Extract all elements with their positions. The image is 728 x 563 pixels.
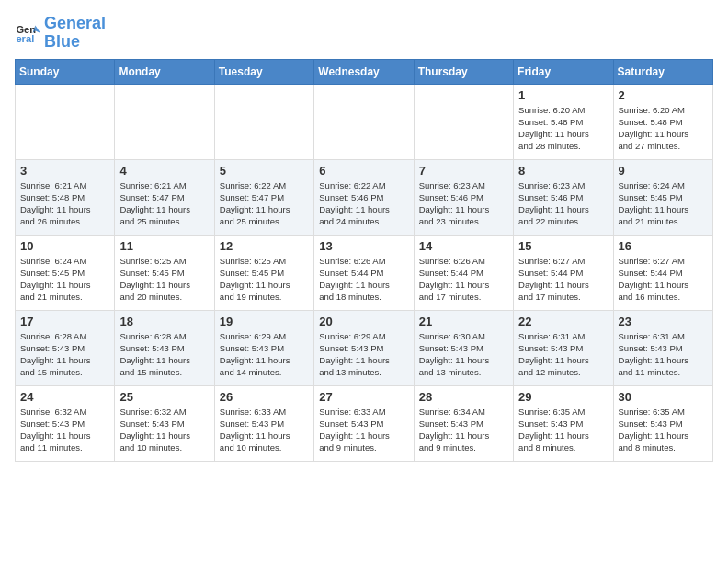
day-info: Sunrise: 6:35 AM Sunset: 5:43 PM Dayligh… bbox=[518, 406, 608, 454]
header-saturday: Saturday bbox=[613, 59, 712, 84]
day-info: Sunrise: 6:31 AM Sunset: 5:43 PM Dayligh… bbox=[518, 330, 608, 379]
logo: Gen eral General Blue bbox=[15, 15, 106, 52]
calendar-cell: 2Sunrise: 6:20 AM Sunset: 5:48 PM Daylig… bbox=[613, 84, 712, 159]
day-info: Sunrise: 6:30 AM Sunset: 5:43 PM Dayligh… bbox=[419, 330, 508, 379]
header-tuesday: Tuesday bbox=[214, 59, 313, 84]
day-info: Sunrise: 6:21 AM Sunset: 5:48 PM Dayligh… bbox=[20, 179, 109, 228]
calendar-cell: 23Sunrise: 6:31 AM Sunset: 5:43 PM Dayli… bbox=[613, 310, 712, 385]
day-number: 8 bbox=[518, 164, 608, 178]
day-number: 20 bbox=[319, 315, 408, 328]
calendar-cell: 8Sunrise: 6:23 AM Sunset: 5:46 PM Daylig… bbox=[514, 159, 613, 235]
day-info: Sunrise: 6:22 AM Sunset: 5:46 PM Dayligh… bbox=[319, 179, 408, 228]
day-info: Sunrise: 6:27 AM Sunset: 5:44 PM Dayligh… bbox=[518, 255, 608, 304]
day-info: Sunrise: 6:20 AM Sunset: 5:48 PM Dayligh… bbox=[518, 104, 608, 153]
calendar-cell bbox=[16, 84, 115, 159]
calendar-body: 1Sunrise: 6:20 AM Sunset: 5:48 PM Daylig… bbox=[16, 84, 713, 461]
day-number: 21 bbox=[419, 315, 508, 328]
day-info: Sunrise: 6:34 AM Sunset: 5:43 PM Dayligh… bbox=[419, 406, 508, 454]
day-info: Sunrise: 6:26 AM Sunset: 5:44 PM Dayligh… bbox=[419, 255, 508, 304]
calendar-cell: 29Sunrise: 6:35 AM Sunset: 5:43 PM Dayli… bbox=[514, 385, 613, 461]
calendar-cell: 5Sunrise: 6:22 AM Sunset: 5:47 PM Daylig… bbox=[214, 159, 313, 235]
logo-text-line2: Blue bbox=[44, 33, 106, 52]
day-info: Sunrise: 6:23 AM Sunset: 5:46 PM Dayligh… bbox=[419, 179, 508, 228]
header-sunday: Sunday bbox=[16, 59, 115, 84]
calendar-cell: 22Sunrise: 6:31 AM Sunset: 5:43 PM Dayli… bbox=[514, 310, 613, 385]
calendar-cell: 12Sunrise: 6:25 AM Sunset: 5:45 PM Dayli… bbox=[214, 235, 313, 310]
day-number: 16 bbox=[619, 239, 708, 253]
calendar-cell bbox=[314, 84, 414, 159]
day-info: Sunrise: 6:29 AM Sunset: 5:43 PM Dayligh… bbox=[319, 330, 408, 379]
day-info: Sunrise: 6:22 AM Sunset: 5:47 PM Dayligh… bbox=[220, 179, 309, 228]
calendar-cell: 28Sunrise: 6:34 AM Sunset: 5:43 PM Dayli… bbox=[414, 385, 513, 461]
calendar-cell: 6Sunrise: 6:22 AM Sunset: 5:46 PM Daylig… bbox=[314, 159, 414, 235]
calendar-cell: 27Sunrise: 6:33 AM Sunset: 5:43 PM Dayli… bbox=[314, 385, 414, 461]
day-number: 27 bbox=[319, 390, 408, 404]
day-number: 9 bbox=[619, 164, 708, 178]
day-info: Sunrise: 6:25 AM Sunset: 5:45 PM Dayligh… bbox=[119, 255, 209, 304]
header-row: SundayMondayTuesdayWednesdayThursdayFrid… bbox=[16, 59, 713, 84]
calendar-cell: 30Sunrise: 6:35 AM Sunset: 5:43 PM Dayli… bbox=[613, 385, 712, 461]
calendar-cell bbox=[414, 84, 513, 159]
calendar-table: SundayMondayTuesdayWednesdayThursdayFrid… bbox=[15, 59, 713, 462]
calendar-cell: 3Sunrise: 6:21 AM Sunset: 5:48 PM Daylig… bbox=[16, 159, 115, 235]
calendar-cell: 25Sunrise: 6:32 AM Sunset: 5:43 PM Dayli… bbox=[115, 385, 214, 461]
header-wednesday: Wednesday bbox=[314, 59, 414, 84]
day-number: 19 bbox=[220, 315, 309, 328]
day-number: 24 bbox=[20, 390, 109, 404]
calendar-cell: 7Sunrise: 6:23 AM Sunset: 5:46 PM Daylig… bbox=[414, 159, 513, 235]
calendar-cell: 16Sunrise: 6:27 AM Sunset: 5:44 PM Dayli… bbox=[613, 235, 712, 310]
week-row-4: 24Sunrise: 6:32 AM Sunset: 5:43 PM Dayli… bbox=[16, 385, 713, 461]
day-number: 13 bbox=[319, 239, 408, 253]
day-number: 12 bbox=[220, 239, 309, 253]
day-number: 23 bbox=[619, 315, 708, 328]
day-number: 18 bbox=[119, 315, 209, 328]
header-friday: Friday bbox=[514, 59, 613, 84]
calendar-cell: 9Sunrise: 6:24 AM Sunset: 5:45 PM Daylig… bbox=[613, 159, 712, 235]
day-info: Sunrise: 6:28 AM Sunset: 5:43 PM Dayligh… bbox=[119, 330, 209, 379]
calendar-cell bbox=[214, 84, 313, 159]
svg-marker-2 bbox=[35, 25, 40, 32]
logo-icon: Gen eral bbox=[15, 20, 40, 46]
day-number: 1 bbox=[518, 88, 608, 102]
calendar-cell: 17Sunrise: 6:28 AM Sunset: 5:43 PM Dayli… bbox=[16, 310, 115, 385]
week-row-1: 3Sunrise: 6:21 AM Sunset: 5:48 PM Daylig… bbox=[16, 159, 713, 235]
day-info: Sunrise: 6:20 AM Sunset: 5:48 PM Dayligh… bbox=[619, 104, 708, 153]
day-info: Sunrise: 6:32 AM Sunset: 5:43 PM Dayligh… bbox=[20, 406, 109, 454]
calendar-cell: 21Sunrise: 6:30 AM Sunset: 5:43 PM Dayli… bbox=[414, 310, 513, 385]
day-number: 11 bbox=[119, 239, 209, 253]
day-number: 25 bbox=[119, 390, 209, 404]
day-info: Sunrise: 6:24 AM Sunset: 5:45 PM Dayligh… bbox=[20, 255, 109, 304]
calendar-cell: 20Sunrise: 6:29 AM Sunset: 5:43 PM Dayli… bbox=[314, 310, 414, 385]
day-number: 17 bbox=[20, 315, 109, 328]
day-number: 10 bbox=[20, 239, 109, 253]
calendar-cell bbox=[115, 84, 214, 159]
day-number: 15 bbox=[518, 239, 608, 253]
calendar-cell: 24Sunrise: 6:32 AM Sunset: 5:43 PM Dayli… bbox=[16, 385, 115, 461]
day-info: Sunrise: 6:33 AM Sunset: 5:43 PM Dayligh… bbox=[220, 406, 309, 454]
day-number: 7 bbox=[419, 164, 508, 178]
header-thursday: Thursday bbox=[414, 59, 513, 84]
day-number: 30 bbox=[619, 390, 708, 404]
calendar-cell: 19Sunrise: 6:29 AM Sunset: 5:43 PM Dayli… bbox=[214, 310, 313, 385]
calendar-cell: 26Sunrise: 6:33 AM Sunset: 5:43 PM Dayli… bbox=[214, 385, 313, 461]
day-info: Sunrise: 6:35 AM Sunset: 5:43 PM Dayligh… bbox=[619, 406, 708, 454]
day-info: Sunrise: 6:28 AM Sunset: 5:43 PM Dayligh… bbox=[20, 330, 109, 379]
day-number: 6 bbox=[319, 164, 408, 178]
day-number: 29 bbox=[518, 390, 608, 404]
calendar-cell: 18Sunrise: 6:28 AM Sunset: 5:43 PM Dayli… bbox=[115, 310, 214, 385]
day-info: Sunrise: 6:31 AM Sunset: 5:43 PM Dayligh… bbox=[619, 330, 708, 379]
calendar-cell: 1Sunrise: 6:20 AM Sunset: 5:48 PM Daylig… bbox=[514, 84, 613, 159]
day-info: Sunrise: 6:29 AM Sunset: 5:43 PM Dayligh… bbox=[220, 330, 309, 379]
day-number: 2 bbox=[619, 88, 708, 102]
calendar-cell: 4Sunrise: 6:21 AM Sunset: 5:47 PM Daylig… bbox=[115, 159, 214, 235]
day-number: 26 bbox=[220, 390, 309, 404]
day-info: Sunrise: 6:24 AM Sunset: 5:45 PM Dayligh… bbox=[619, 179, 708, 228]
day-number: 28 bbox=[419, 390, 508, 404]
svg-text:eral: eral bbox=[16, 33, 34, 44]
day-number: 14 bbox=[419, 239, 508, 253]
calendar-header: SundayMondayTuesdayWednesdayThursdayFrid… bbox=[16, 59, 713, 84]
week-row-3: 17Sunrise: 6:28 AM Sunset: 5:43 PM Dayli… bbox=[16, 310, 713, 385]
day-number: 3 bbox=[20, 164, 109, 178]
day-info: Sunrise: 6:25 AM Sunset: 5:45 PM Dayligh… bbox=[220, 255, 309, 304]
calendar-cell: 11Sunrise: 6:25 AM Sunset: 5:45 PM Dayli… bbox=[115, 235, 214, 310]
